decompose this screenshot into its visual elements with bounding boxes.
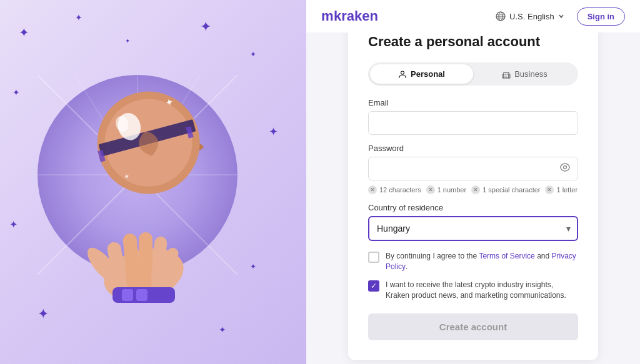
req-special: ✕ 1 special character (471, 185, 540, 194)
req-chars-icon: ✕ (368, 185, 377, 194)
country-label: Country of residence (368, 203, 578, 212)
tos-checkbox[interactable] (368, 252, 379, 263)
sparkle-icon: ✦ (250, 50, 256, 59)
tos-text: By continuing I agree to the Terms of Se… (386, 251, 578, 272)
password-input[interactable] (368, 157, 578, 180)
sparkle-icon: ✦ (200, 19, 211, 35)
svg-rect-40 (505, 74, 506, 75)
sparkle-icon: ✦ (38, 306, 49, 322)
password-requirements: ✕ 12 characters ✕ 1 number ✕ 1 special c… (368, 185, 578, 194)
create-account-button[interactable]: Create account (368, 313, 578, 340)
registration-form-card: Create a personal account Personal (348, 16, 598, 360)
req-chars-label: 12 characters (379, 186, 421, 194)
sparkle-icon: ✦ (250, 262, 256, 271)
svg-rect-17 (122, 289, 133, 301)
person-icon (398, 70, 407, 79)
password-label: Password (368, 144, 578, 153)
sparkle-icon: ✦ (9, 219, 18, 230)
tos-text-middle: and (535, 252, 552, 260)
language-label: U.S. English (509, 12, 554, 21)
globe-icon (496, 11, 506, 21)
country-select-wrapper: Hungary United States United Kingdom Ger… (368, 216, 578, 241)
sign-in-button[interactable]: Sign in (577, 7, 625, 26)
svg-point-43 (564, 166, 567, 169)
coin-illustration: ✦ ✦ (44, 56, 244, 306)
svg-rect-12 (139, 232, 152, 288)
personal-tab-label: Personal (411, 69, 445, 79)
tos-checkbox-row: By continuing I agree to the Terms of Se… (368, 251, 578, 272)
req-letter-icon: ✕ (545, 185, 554, 194)
building-icon (502, 70, 511, 79)
password-field-group: Password ✕ 12 characters ✕ 1 (368, 144, 578, 194)
req-special-icon: ✕ (471, 185, 480, 194)
country-select[interactable]: Hungary United States United Kingdom Ger… (368, 216, 578, 241)
header: m kraken U.S. English Sign in (306, 0, 640, 32)
svg-point-36 (401, 71, 404, 74)
req-special-label: 1 special character (482, 186, 540, 194)
svg-text:kraken: kraken (334, 8, 378, 24)
language-selector[interactable]: U.S. English (491, 9, 569, 24)
sparkle-icon: ✦ (219, 325, 226, 335)
req-letter: ✕ 1 letter (545, 185, 578, 194)
sparkle-icon: ✦ (269, 125, 278, 139)
form-title: Create a personal account (368, 34, 578, 50)
marketing-checkbox[interactable]: ✓ (368, 280, 379, 292)
req-number: ✕ 1 number (426, 185, 466, 194)
personal-tab[interactable]: Personal (370, 64, 473, 84)
toggle-password-icon[interactable] (559, 162, 571, 175)
svg-rect-42 (506, 76, 508, 78)
left-illustration-panel: ✦ ✦ ✦ ✦ ✦ ✦ ✦ ✦ ✦ ✦ ✦ (0, 0, 306, 364)
business-tab[interactable]: Business (473, 64, 576, 84)
business-tab-label: Business (514, 69, 548, 79)
country-field-group: Country of residence Hungary United Stat… (368, 203, 578, 241)
email-label: Email (368, 98, 578, 107)
kraken-logo: m kraken (321, 7, 402, 25)
right-panel: m kraken U.S. English Sign in (306, 0, 640, 364)
tos-text-after: . (406, 262, 408, 271)
svg-rect-39 (509, 74, 510, 78)
marketing-checkbox-row: ✓ I want to receive the latest crypto in… (368, 280, 578, 301)
account-type-switcher: Personal Business (368, 62, 578, 86)
svg-rect-38 (502, 74, 504, 78)
password-wrapper (368, 157, 578, 180)
svg-rect-18 (136, 289, 148, 301)
tos-text-before: By continuing I agree to the (386, 252, 479, 260)
sparkle-icon: ✦ (12, 87, 20, 97)
svg-text:m: m (321, 8, 334, 24)
req-letter-label: 1 letter (556, 186, 578, 194)
marketing-text: I want to receive the latest crypto indu… (386, 280, 578, 301)
svg-rect-41 (507, 74, 508, 75)
logo-area: m kraken (321, 7, 402, 25)
header-actions: U.S. English Sign in (491, 7, 625, 26)
req-chars: ✕ 12 characters (368, 185, 421, 194)
email-field-group: Email (368, 98, 578, 144)
req-number-icon: ✕ (426, 185, 435, 194)
sparkle-icon: ✦ (19, 25, 29, 40)
chevron-down-icon (558, 13, 564, 19)
email-input[interactable] (368, 111, 578, 135)
sparkle-icon: ✦ (75, 12, 82, 22)
sparkle-icon: ✦ (125, 37, 130, 44)
tos-link[interactable]: Terms of Service (479, 252, 534, 260)
req-number-label: 1 number (438, 186, 466, 194)
